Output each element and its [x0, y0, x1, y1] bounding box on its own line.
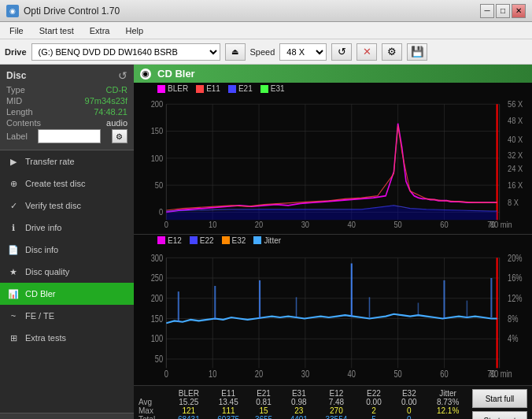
sidebar-item-disc-info[interactable]: 📄 Disc info	[0, 239, 134, 261]
svg-text:40: 40	[348, 220, 357, 229]
drive-info-icon: ℹ	[8, 222, 19, 233]
drive-label: Drive	[5, 47, 27, 57]
menu-start-test[interactable]: Start test	[33, 24, 80, 37]
disc-length-label: Length	[6, 107, 33, 117]
disc-label-button[interactable]: ⚙	[112, 129, 127, 143]
sidebar-item-label: Disc quality	[25, 267, 69, 276]
sidebar-item-label: Drive info	[25, 223, 61, 232]
disc-mid-value: 97m34s23f	[85, 96, 127, 106]
svg-text:50: 50	[393, 220, 402, 229]
disc-label-label: Label	[6, 132, 28, 141]
stats-max-label: Max	[139, 406, 167, 415]
svg-text:50: 50	[155, 180, 164, 190]
svg-text:20: 20	[255, 368, 263, 379]
sidebar-item-label: Create test disc	[25, 179, 85, 188]
disc-quality-icon: ★	[8, 266, 19, 277]
menu-help[interactable]: Help	[119, 24, 150, 37]
disc-info-icon: 📄	[8, 244, 19, 255]
fe-te-icon: ~	[8, 310, 19, 321]
sidebar-item-create-test-disc[interactable]: ⊕ Create test disc	[0, 172, 134, 195]
menu-file[interactable]: File	[3, 24, 30, 37]
svg-text:48 X: 48 X	[508, 116, 523, 125]
svg-text:100: 100	[151, 333, 164, 344]
table-row: Avg 15.25 13.45 0.81 0.98 7.48 0.00 0.00…	[139, 398, 469, 406]
stats-header-e11: E11	[211, 389, 246, 398]
sidebar-item-transfer-rate[interactable]: ▶ Transfer rate	[0, 150, 134, 172]
e31-color	[260, 85, 268, 93]
save-button[interactable]: 💾	[407, 43, 427, 61]
menu-bar: File Start test Extra Help	[0, 22, 532, 39]
speed-select[interactable]: 48 X	[279, 43, 327, 61]
svg-text:8 X: 8 X	[508, 198, 519, 207]
svg-text:40: 40	[348, 368, 356, 379]
sidebar-item-label: Disc info	[25, 245, 58, 254]
stats-header-jitter: Jitter	[427, 389, 469, 398]
stats-table: BLER E11 E21 E31 E12 E22 E32 Jitter	[139, 389, 469, 419]
maximize-button[interactable]: □	[496, 4, 510, 18]
stats-avg-e32: 0.00	[391, 398, 427, 406]
svg-text:50: 50	[393, 368, 401, 379]
svg-text:8%: 8%	[508, 313, 518, 324]
chart-header: ◉ CD Bler	[134, 65, 532, 83]
svg-text:150: 150	[151, 126, 164, 135]
svg-text:150: 150	[151, 313, 164, 324]
svg-text:0: 0	[159, 207, 163, 217]
start-part-button[interactable]: Start part	[472, 411, 527, 419]
chart1-svg: 200 150 100 50 0 56 X 48 X 40 X 32 X 24 …	[134, 95, 532, 230]
refresh-button[interactable]: ↺	[331, 43, 352, 61]
stats-max-bler: 121	[167, 406, 211, 415]
drive-select[interactable]: (G:) BENQ DVD DD DW1640 BSRB	[31, 43, 220, 61]
status-window-button[interactable]: Status window >>	[0, 413, 134, 419]
eject-button[interactable]: ⏏	[225, 43, 246, 61]
disc-length-value: 74:48.21	[94, 107, 127, 117]
minimize-button[interactable]: ─	[480, 4, 494, 18]
menu-extra[interactable]: Extra	[83, 24, 116, 37]
stats-max-jitter: 12.1%	[427, 406, 469, 415]
svg-text:40 X: 40 X	[508, 135, 523, 145]
stats-total-e31: 4401	[281, 415, 316, 419]
sidebar-item-disc-quality[interactable]: ★ Disc quality	[0, 261, 134, 283]
disc-label-input[interactable]	[38, 129, 101, 143]
chart2-legend: E12 E22 E32 Jitter	[134, 235, 532, 247]
sidebar-item-label: Extra tests	[25, 333, 66, 343]
disc-contents-label: Contents	[6, 118, 41, 128]
disc-mid-label: MID	[6, 96, 22, 106]
e11-color	[196, 85, 204, 93]
sidebar-item-verify-test-disc[interactable]: ✓ Verify test disc	[0, 195, 134, 217]
sidebar-item-cd-bler[interactable]: 📊 CD Bler	[0, 283, 134, 305]
disc-type-value: CD-R	[106, 85, 128, 95]
settings-button[interactable]: ⚙	[382, 43, 402, 61]
svg-text:80 min: 80 min	[490, 368, 512, 379]
start-full-button[interactable]: Start full	[472, 389, 527, 408]
erase-button[interactable]: ✕	[357, 43, 377, 61]
stats-header-bler: BLER	[167, 389, 211, 398]
sidebar: Disc ↺ Type CD-R MID 97m34s23f Length 74…	[0, 65, 134, 419]
svg-text:32 X: 32 X	[508, 150, 523, 160]
disc-section: Disc ↺ Type CD-R MID 97m34s23f Length 74…	[0, 65, 134, 150]
e21-color	[228, 85, 236, 93]
sidebar-item-extra-tests[interactable]: ⊞ Extra tests	[0, 327, 134, 349]
stats-total-label: Total	[139, 415, 167, 419]
legend-e22: E22	[190, 236, 214, 245]
chart1-legend: BLER E11 E21 E31	[134, 83, 532, 95]
stats-header-empty	[139, 389, 167, 398]
bler-color	[157, 85, 165, 93]
cd-bler-icon: 📊	[8, 288, 19, 299]
sidebar-item-label: CD Bler	[25, 289, 56, 298]
svg-text:80 min: 80 min	[490, 220, 512, 229]
svg-text:24 X: 24 X	[508, 164, 523, 173]
stats-total-e21: 3655	[246, 415, 282, 419]
stats-header-e32: E32	[391, 389, 427, 398]
stats-header-e21: E21	[246, 389, 282, 398]
app-title: Opti Drive Control 1.70	[24, 6, 120, 17]
sidebar-item-drive-info[interactable]: ℹ Drive info	[0, 217, 134, 239]
close-button[interactable]: ✕	[512, 4, 526, 18]
create-test-disc-icon: ⊕	[8, 178, 19, 189]
disc-refresh-icon[interactable]: ↺	[118, 69, 127, 82]
sidebar-item-label: FE / TE	[25, 311, 54, 321]
sidebar-item-fe-te[interactable]: ~ FE / TE	[0, 305, 134, 327]
jitter-color	[253, 236, 261, 244]
legend-e12: E12	[157, 236, 182, 245]
disc-title: Disc	[6, 70, 26, 81]
svg-text:300: 300	[151, 252, 164, 263]
